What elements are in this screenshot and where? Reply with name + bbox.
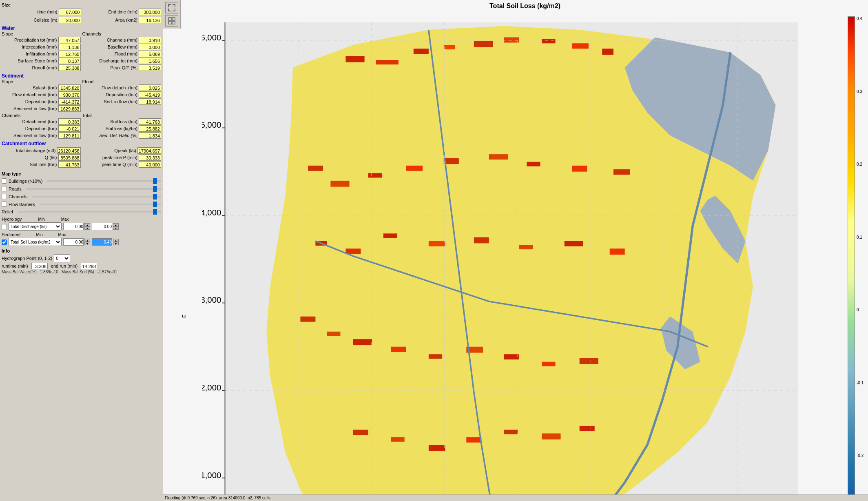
- hydrology-max-input[interactable]: [92, 223, 112, 230]
- hydrology-max-label: Max: [61, 217, 69, 222]
- channels-mm-value[interactable]: 0.910: [139, 37, 161, 43]
- qpeak-value[interactable]: 17904.697: [137, 147, 161, 154]
- zoom-icon[interactable]: [165, 2, 178, 13]
- sed-flow-ch-value[interactable]: 129.811: [58, 132, 81, 139]
- q-ls-value[interactable]: 8505.888: [58, 154, 81, 161]
- info-section: Info Hydrograph Point (0, 1-2) 0 runtime…: [2, 248, 161, 274]
- end-time-label: End time (min): [108, 9, 137, 14]
- detachment-ch-value[interactable]: 0.383: [58, 118, 81, 125]
- peak-time-q-value[interactable]: 40.000: [139, 161, 161, 168]
- map-area: Total Soil Loss (kg/m2) E: [163, 0, 868, 494]
- svg-rect-45: [391, 437, 404, 442]
- end-time-value[interactable]: 300.000: [139, 9, 161, 15]
- interception-value[interactable]: 1.138: [58, 44, 81, 50]
- runoff-value[interactable]: 25.388: [58, 64, 81, 71]
- svg-rect-13: [474, 41, 493, 47]
- channels-checkbox[interactable]: [2, 194, 7, 199]
- baseflow-label: Baseflow (mm): [108, 44, 137, 49]
- splash-row: Splash (ton) 1345.820: [2, 84, 81, 91]
- flow-detach-flood-value[interactable]: 0.025: [139, 84, 161, 91]
- svg-rect-42: [565, 241, 583, 246]
- hydrograph-select[interactable]: 0: [54, 254, 70, 262]
- infiltration-value[interactable]: 12.760: [58, 51, 81, 57]
- flood-mm-value[interactable]: 5.069: [139, 51, 161, 57]
- colorbar-label-neg02: -0.2: [857, 453, 864, 458]
- precip-value[interactable]: 47.057: [58, 37, 81, 43]
- area-label: Area (km2): [115, 18, 137, 22]
- sed-flow-flood-value[interactable]: 18.914: [139, 98, 161, 105]
- qpeak-label: Qpeak (l/s): [114, 148, 136, 153]
- sediment-layer-dropdown[interactable]: Total Soil Loss (kg/m2: [9, 238, 62, 246]
- colorbar-label-0: 0: [857, 308, 864, 312]
- roads-checkbox[interactable]: [2, 186, 7, 191]
- water-channels-title: Channels: [82, 31, 162, 36]
- peak-time-p-row: peak time P (min) 30.333: [82, 154, 162, 161]
- sediment-layer-checkbox[interactable]: [2, 239, 7, 245]
- sed-channels-title: Channels: [2, 113, 81, 118]
- flow-det-slope-value[interactable]: 930.370: [58, 91, 81, 98]
- dep-ch-value[interactable]: -0.021: [58, 125, 81, 132]
- cellsize-value[interactable]: 20.000: [59, 17, 81, 23]
- sed-flow-slope-value[interactable]: 1629.883: [58, 105, 81, 112]
- soil-loss-kgha-value[interactable]: 25.882: [139, 125, 161, 132]
- svg-rect-40: [474, 237, 489, 244]
- sediment-min-spinner-up[interactable]: ▲: [84, 239, 90, 242]
- catchment-right: Qpeak (l/s) 17904.697 peak time P (min) …: [82, 147, 162, 168]
- sediment-max-spinner-up[interactable]: ▲: [113, 239, 119, 242]
- hydrology-checkbox[interactable]: [2, 224, 7, 229]
- surface-store-row: Surface Store (mm) 0.137: [2, 58, 81, 64]
- peak-time-p-value[interactable]: 30.333: [139, 154, 161, 161]
- sediment-min-spinner-down[interactable]: ▼: [84, 242, 90, 245]
- svg-rect-23: [489, 154, 508, 160]
- svg-rect-27: [300, 317, 315, 322]
- sediment-max-spinner-down[interactable]: ▼: [113, 242, 119, 245]
- time-min-value[interactable]: 67.000: [59, 9, 81, 15]
- svg-rect-29: [353, 339, 372, 345]
- buildings-row: Buildings (>10%): [2, 178, 161, 184]
- flow-barriers-row: Flow Barriers: [2, 202, 161, 207]
- channels-row: Channels: [2, 194, 161, 199]
- sediment-max-input[interactable]: [92, 238, 112, 246]
- dep-slope-value[interactable]: -414.372: [58, 98, 81, 105]
- flow-barriers-checkbox[interactable]: [2, 202, 7, 207]
- svg-rect-44: [353, 430, 368, 435]
- dep-flood-value[interactable]: -45.419: [139, 91, 161, 98]
- end-run-label: end run (min): [51, 264, 78, 268]
- discharge-tot-value[interactable]: 1.656: [139, 58, 161, 64]
- hydrology-max-spinner-up[interactable]: ▲: [113, 223, 119, 226]
- hydrology-min-spinner-up[interactable]: ▲: [84, 223, 90, 226]
- dep-slope-row: Deposition (ton) -414.372: [2, 98, 81, 105]
- hydrology-max-spinner-down[interactable]: ▼: [113, 226, 119, 230]
- splash-value[interactable]: 1345.820: [58, 84, 81, 91]
- catchment-left: Total discharge (m3) 26120.458 Q (l/s) 8…: [2, 147, 81, 168]
- water-slope-col: Slope Precipitation tot (mm) 47.057 Inte…: [2, 31, 81, 71]
- hydrology-min-spinner-down[interactable]: ▼: [84, 226, 90, 230]
- runtime-value: 3.208: [31, 263, 48, 269]
- channels-label: Channels: [9, 194, 27, 199]
- baseflow-value[interactable]: 0.000: [139, 44, 161, 50]
- surface-store-value[interactable]: 0.137: [58, 58, 81, 64]
- total-discharge-value[interactable]: 26120.458: [57, 147, 81, 154]
- buildings-checkbox[interactable]: [2, 178, 7, 184]
- peak-qp-value[interactable]: 3.519: [139, 64, 161, 71]
- hydrology-min-input[interactable]: [63, 223, 84, 230]
- catch-soil-loss-value[interactable]: 41.763: [58, 161, 81, 168]
- sed-del-ratio-value[interactable]: 1.834: [139, 132, 161, 139]
- svg-rect-1: [172, 18, 175, 20]
- sed-del-ratio-label: Sed. Del. Ratio (%,: [99, 133, 137, 138]
- q-ls-label: Q (l/s): [45, 155, 57, 160]
- soil-loss-kgha-row: Soil loss (kg/ha) 25.882: [82, 125, 162, 132]
- area-value[interactable]: 16.136: [139, 17, 161, 23]
- soil-loss-ton-value[interactable]: 41.763: [139, 118, 161, 125]
- sediment-section: Sediment Slope Splash (ton) 1345.820 Flo…: [2, 73, 161, 139]
- sediment-min-input[interactable]: [63, 238, 84, 246]
- relief-label: Relief: [2, 209, 13, 214]
- hydrology-dropdown[interactable]: Total Discharge (l/s): [9, 222, 62, 231]
- mass-bal-sed-value: -1.575e-01: [97, 270, 117, 274]
- size-section: Size time (min) 67.000 End time (min) 30…: [2, 2, 161, 24]
- colorbar-label-03: 0.3: [857, 89, 864, 94]
- catchment-section: Catchment outflow Total discharge (m3) 2…: [2, 141, 161, 168]
- flow-barriers-label: Flow Barriers: [9, 202, 35, 207]
- svg-rect-49: [542, 433, 560, 439]
- grid-icon[interactable]: [165, 15, 178, 27]
